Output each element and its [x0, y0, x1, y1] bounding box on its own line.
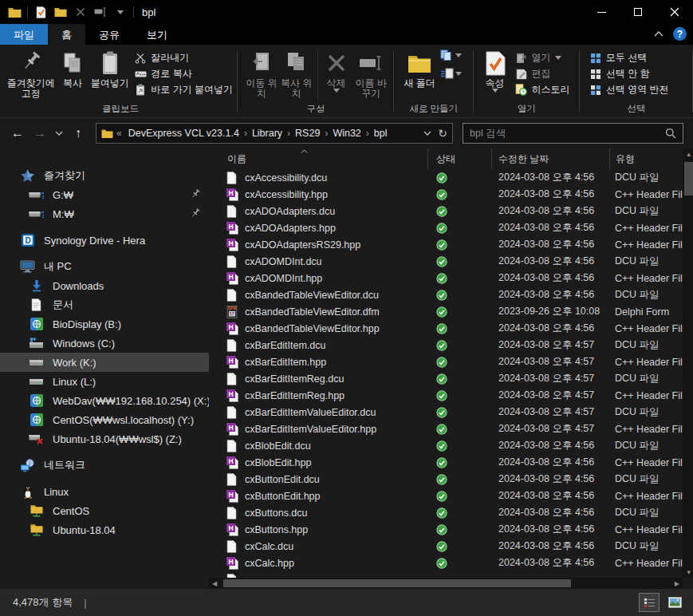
sidebar-item-ubuntu-18-04[interactable]: Ubuntu-18.04 [0, 520, 209, 539]
file-row[interactable]: cxCalc.dcu2024-03-08 오후 4:56DCU 파일 [209, 538, 683, 555]
sidebar-item-네트워크[interactable]: 네트워크 [0, 456, 209, 475]
new-folder-button[interactable]: 새 폴더 [402, 48, 437, 90]
edit-button[interactable]: 편집 [515, 67, 570, 81]
tab-파일[interactable]: 파일 [0, 24, 48, 45]
sidebar-item-webdav-192-168-10-254-x[interactable]: WebDav(₩₩192.168.10.254) (X:) [0, 391, 209, 410]
qat-new-folder-qat-button[interactable] [53, 5, 68, 19]
sidebar-item-centos-wsl-localhost-y[interactable]: CentOS(₩₩wsl.localhost) (Y:) [0, 410, 209, 429]
breadcrumb-separator[interactable]: › [285, 128, 292, 139]
select-all-button[interactable]: 모두 선택 [589, 51, 669, 65]
file-row[interactable]: HcxButtons.hpp2024-03-08 오후 4:56C++ Head… [209, 521, 683, 538]
close-button[interactable] [656, 0, 693, 24]
breadcrumb-segment-rs29[interactable]: RS29 [292, 128, 323, 139]
file-row[interactable]: cxButtons.dcu2024-03-08 오후 4:56DCU 파일 [209, 504, 683, 521]
sidebar-item-synology-drive-hera[interactable]: DSynology Drive - Hera [0, 231, 209, 250]
help-button[interactable]: ? [673, 27, 687, 41]
file-row[interactable]: HcxADOAdapters.hpp2024-03-08 오후 4:56C++ … [209, 219, 683, 236]
qat-rename-box-button[interactable] [93, 5, 108, 19]
file-row[interactable]: HcxBarEditItemReg.hpp2024-03-08 오후 4:57C… [209, 387, 683, 404]
file-row[interactable]: HcxCalc.hpp2024-03-08 오후 4:56C++ Header … [209, 555, 683, 571]
column-header-이름[interactable]: 이름 [209, 148, 428, 169]
scroll-up-arrow[interactable]: ▲ [686, 148, 692, 160]
file-row[interactable]: cxBarEditItem.dcu2024-03-08 오후 4:57DCU 파… [209, 337, 683, 353]
file-row-partial[interactable] [209, 571, 683, 578]
breadcrumb-separator[interactable]: › [242, 128, 249, 139]
sidebar-item-g[interactable]: ?G:₩ [0, 185, 209, 204]
address-bar[interactable]: « DevExpress VCL v23.1.4›Library›RS29›Wi… [96, 123, 453, 144]
details-view-button[interactable] [639, 593, 660, 612]
file-row[interactable]: HcxBarEditItem.hpp2024-03-08 오후 4:57C++ … [209, 353, 683, 370]
scroll-down-arrow[interactable]: ▼ [686, 567, 692, 578]
breadcrumb-separator[interactable]: › [364, 128, 371, 139]
sidebar-item-windows-c[interactable]: Windows (C:) [0, 334, 209, 353]
breadcrumb-segment-library[interactable]: Library [249, 128, 285, 139]
horizontal-scrollbar[interactable]: ◀ ▶ [209, 578, 683, 589]
address-dropdown-button[interactable] [423, 131, 431, 136]
file-row[interactable]: DFMcxBandedTableViewEditor.dfm2023-09-26… [209, 303, 683, 320]
column-header-유형[interactable]: 유형 [610, 148, 683, 169]
forward-button[interactable]: → [30, 124, 49, 143]
collapse-ribbon-button[interactable] [654, 31, 663, 37]
copy-to-button[interactable]: 복사 위치 [279, 48, 314, 101]
file-row[interactable]: cxBandedTableViewEditor.dcu2024-03-08 오후… [209, 286, 683, 303]
breadcrumb-segment-win32[interactable]: Win32 [329, 128, 364, 139]
file-row[interactable]: HcxButtonEdit.hpp2024-03-08 오후 4:56C++ H… [209, 488, 683, 504]
tab-보기[interactable]: 보기 [133, 24, 181, 45]
qat-delete-x-button[interactable] [73, 5, 88, 19]
file-row[interactable]: HcxAccessibility.hpp2024-03-08 오후 4:56C+… [209, 186, 683, 203]
sidebar-item-m[interactable]: ?M:₩ [0, 204, 209, 223]
history-button[interactable]: 히스토리 [515, 83, 570, 97]
horizontal-scroll-thumb[interactable] [223, 579, 571, 587]
copy-path-button[interactable]: 경로 복사 [134, 67, 233, 81]
sidebar-item-downloads[interactable]: Downloads [0, 276, 209, 295]
file-row[interactable]: cxButtonEdit.dcu2024-03-08 오후 4:56DCU 파일 [209, 471, 683, 488]
tab-홈[interactable]: 홈 [48, 24, 85, 45]
scroll-right-arrow[interactable]: ▶ [671, 580, 683, 587]
sidebar-item-문서[interactable]: 문서 [0, 295, 209, 314]
open-button[interactable]: 열기 [515, 51, 570, 65]
easy-access-button[interactable] [440, 68, 462, 80]
file-row[interactable]: cxBlobEdit.dcu2024-03-08 오후 4:56DCU 파일 [209, 437, 683, 454]
maximize-button[interactable] [620, 0, 656, 24]
sidebar-item-work-k[interactable]: Work (K:) [0, 353, 209, 372]
paste-button[interactable]: 붙여넣기 [89, 48, 131, 90]
sidebar-item-즐겨찾기[interactable]: 즐겨찾기 [0, 166, 209, 185]
breadcrumb-separator[interactable]: › [323, 128, 329, 139]
thumbnails-view-button[interactable] [664, 593, 685, 612]
file-row[interactable]: cxBarEditItemReg.dcu2024-03-08 오후 4:57DC… [209, 370, 683, 387]
sidebar-item-ubuntu-18-04-wsl-z[interactable]: Ubuntu-18.04(₩₩wsl$) (Z:) [0, 429, 209, 448]
up-button[interactable]: ↑ [69, 124, 88, 143]
file-row[interactable]: cxADOAdapters.dcu2024-03-08 오후 4:56DCU 파… [209, 203, 683, 219]
cut-button[interactable]: 잘라내기 [134, 51, 233, 65]
sidebar-item-linux-l[interactable]: Linux (L:) [0, 372, 209, 391]
copy-button[interactable]: 복사 [57, 48, 89, 90]
file-row[interactable]: HcxBandedTableViewEditor.hpp2024-03-08 오… [209, 320, 683, 337]
rename-button[interactable]: 이름 바꾸기 [352, 48, 391, 101]
back-button[interactable]: ← [8, 124, 27, 143]
file-row[interactable]: HcxADOMDInt.hpp2024-03-08 오후 4:56C++ Hea… [209, 270, 683, 286]
breadcrumb-segment-devexpress-vcl-v23-1-4[interactable]: DevExpress VCL v23.1.4 [125, 128, 242, 139]
column-header-수정한-날짜[interactable]: 수정한 날짜 [492, 148, 610, 169]
invert-selection-button[interactable]: 선택 영역 반전 [589, 83, 669, 97]
search-input[interactable] [470, 128, 665, 139]
pinned-indicator[interactable] [191, 208, 201, 219]
vertical-scrollbar[interactable]: ▲ ▼ [683, 148, 693, 578]
refresh-button[interactable]: ↻ [438, 127, 447, 140]
file-row[interactable]: cxADOMDInt.dcu2024-03-08 오후 4:56DCU 파일 [209, 253, 683, 270]
delete-button[interactable]: 삭제 [321, 48, 351, 94]
paste-shortcut-button[interactable]: 바로 가기 붙여넣기 [134, 83, 233, 97]
pinned-indicator[interactable] [191, 189, 201, 199]
sidebar-item-centos[interactable]: CentOS [0, 501, 209, 520]
qat-properties-check-button[interactable] [33, 5, 48, 19]
move-to-button[interactable]: 이동 위치 [244, 48, 279, 101]
file-row[interactable]: HcxADOAdaptersRS29.hpp2024-03-08 오후 4:56… [209, 236, 683, 253]
sidebar-item-biodisplay-b[interactable]: BioDisplay (B:) [0, 314, 209, 334]
sidebar-item-내-pc[interactable]: 내 PC [0, 257, 209, 276]
sidebar-item-linux[interactable]: Linux [0, 482, 209, 501]
tab-공유[interactable]: 공유 [85, 24, 133, 45]
column-header-상태[interactable]: 상태 [428, 148, 492, 169]
vertical-scroll-thumb[interactable] [684, 162, 693, 195]
file-row[interactable]: HcxBarEditItemValueEditor.hpp2024-03-08 … [209, 421, 683, 437]
recent-locations-button[interactable] [53, 124, 65, 143]
file-row[interactable]: cxAccessibility.dcu2024-03-08 오후 4:56DCU… [209, 169, 683, 186]
